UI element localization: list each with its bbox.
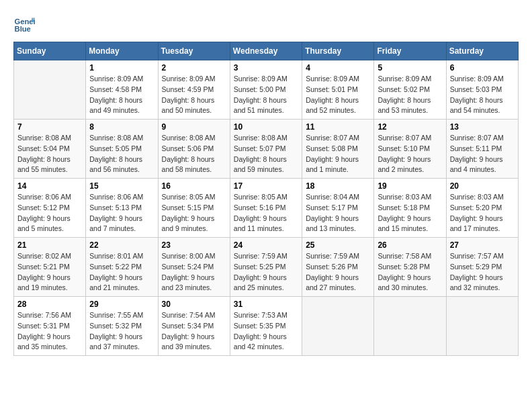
day-number: 30: [162, 300, 226, 309]
calendar-day: 24Sunrise: 7:59 AMSunset: 5:25 PMDayligh…: [230, 238, 302, 297]
day-info: Sunrise: 8:02 AMSunset: 5:21 PMDaylight:…: [17, 251, 82, 293]
calendar-day: 21Sunrise: 8:02 AMSunset: 5:21 PMDayligh…: [14, 238, 86, 297]
calendar-day: 9Sunrise: 8:08 AMSunset: 5:06 PMDaylight…: [158, 120, 230, 179]
calendar-day: 5Sunrise: 8:09 AMSunset: 5:02 PMDaylight…: [374, 60, 446, 120]
calendar-day: 12Sunrise: 8:07 AMSunset: 5:10 PMDayligh…: [374, 120, 446, 179]
day-number: 3: [234, 63, 298, 73]
calendar-header: SundayMondayTuesdayWednesdayThursdayFrid…: [14, 42, 519, 60]
weekday-header-thursday: Thursday: [302, 42, 374, 60]
day-info: Sunrise: 8:09 AMSunset: 5:00 PMDaylight:…: [234, 74, 298, 116]
day-info: Sunrise: 8:06 AMSunset: 5:12 PMDaylight:…: [17, 192, 82, 234]
day-info: Sunrise: 8:08 AMSunset: 5:04 PMDaylight:…: [17, 133, 82, 175]
day-info: Sunrise: 8:00 AMSunset: 5:24 PMDaylight:…: [162, 251, 226, 293]
calendar-day: 25Sunrise: 7:59 AMSunset: 5:26 PMDayligh…: [302, 238, 374, 297]
weekday-header-sunday: Sunday: [14, 42, 86, 60]
day-info: Sunrise: 8:09 AMSunset: 4:58 PMDaylight:…: [89, 74, 154, 116]
day-info: Sunrise: 7:57 AMSunset: 5:29 PMDaylight:…: [450, 251, 515, 293]
weekday-header-wednesday: Wednesday: [230, 42, 302, 60]
day-number: 31: [234, 300, 298, 309]
calendar-day: 30Sunrise: 7:54 AMSunset: 5:34 PMDayligh…: [158, 297, 230, 356]
day-number: 12: [378, 122, 442, 132]
day-number: 22: [89, 240, 154, 250]
day-info: Sunrise: 8:08 AMSunset: 5:05 PMDaylight:…: [89, 133, 154, 175]
day-info: Sunrise: 8:04 AMSunset: 5:17 PMDaylight:…: [306, 192, 370, 234]
day-info: Sunrise: 8:03 AMSunset: 5:18 PMDaylight:…: [378, 192, 442, 234]
day-number: 15: [89, 181, 154, 191]
svg-text:Blue: Blue: [15, 25, 31, 33]
calendar-day: 22Sunrise: 8:01 AMSunset: 5:22 PMDayligh…: [86, 238, 158, 297]
day-info: Sunrise: 7:58 AMSunset: 5:28 PMDaylight:…: [378, 251, 442, 293]
day-number: 21: [17, 240, 82, 250]
calendar-day: 20Sunrise: 8:03 AMSunset: 5:20 PMDayligh…: [446, 179, 518, 238]
logo-icon: General Blue: [13, 13, 35, 35]
day-info: Sunrise: 7:59 AMSunset: 5:25 PMDaylight:…: [234, 251, 298, 293]
calendar-week-3: 14Sunrise: 8:06 AMSunset: 5:12 PMDayligh…: [14, 179, 519, 238]
day-number: 26: [378, 240, 442, 250]
calendar-day: 16Sunrise: 8:05 AMSunset: 5:15 PMDayligh…: [158, 179, 230, 238]
day-info: Sunrise: 8:05 AMSunset: 5:16 PMDaylight:…: [234, 192, 298, 234]
calendar-day: 29Sunrise: 7:55 AMSunset: 5:32 PMDayligh…: [86, 297, 158, 356]
day-number: 8: [89, 122, 154, 132]
calendar-day: 11Sunrise: 8:07 AMSunset: 5:08 PMDayligh…: [302, 120, 374, 179]
day-info: Sunrise: 7:59 AMSunset: 5:26 PMDaylight:…: [306, 251, 370, 293]
calendar-week-1: 1Sunrise: 8:09 AMSunset: 4:58 PMDaylight…: [14, 60, 519, 120]
calendar-day: 27Sunrise: 7:57 AMSunset: 5:29 PMDayligh…: [446, 238, 518, 297]
calendar-day: 18Sunrise: 8:04 AMSunset: 5:17 PMDayligh…: [302, 179, 374, 238]
day-info: Sunrise: 8:08 AMSunset: 5:07 PMDaylight:…: [234, 133, 298, 175]
calendar-day: 10Sunrise: 8:08 AMSunset: 5:07 PMDayligh…: [230, 120, 302, 179]
day-number: 23: [162, 240, 226, 250]
day-info: Sunrise: 8:09 AMSunset: 5:02 PMDaylight:…: [378, 74, 442, 116]
day-number: 18: [306, 181, 370, 191]
calendar-day: 3Sunrise: 8:09 AMSunset: 5:00 PMDaylight…: [230, 60, 302, 120]
calendar-day: 13Sunrise: 8:07 AMSunset: 5:11 PMDayligh…: [446, 120, 518, 179]
calendar-day: 19Sunrise: 8:03 AMSunset: 5:18 PMDayligh…: [374, 179, 446, 238]
day-info: Sunrise: 7:53 AMSunset: 5:35 PMDaylight:…: [234, 310, 298, 353]
calendar-day: [14, 60, 86, 120]
day-number: 25: [306, 240, 370, 250]
day-number: 14: [17, 181, 82, 191]
calendar-table: SundayMondayTuesdayWednesdayThursdayFrid…: [13, 42, 519, 356]
day-number: 29: [89, 300, 154, 309]
calendar-day: 17Sunrise: 8:05 AMSunset: 5:16 PMDayligh…: [230, 179, 302, 238]
calendar-day: 31Sunrise: 7:53 AMSunset: 5:35 PMDayligh…: [230, 297, 302, 356]
calendar-day: 6Sunrise: 8:09 AMSunset: 5:03 PMDaylight…: [446, 60, 518, 120]
calendar-day: 1Sunrise: 8:09 AMSunset: 4:58 PMDaylight…: [86, 60, 158, 120]
day-number: 11: [306, 122, 370, 132]
day-number: 20: [450, 181, 515, 191]
day-info: Sunrise: 8:07 AMSunset: 5:11 PMDaylight:…: [450, 133, 515, 175]
calendar-day: 15Sunrise: 8:06 AMSunset: 5:13 PMDayligh…: [86, 179, 158, 238]
calendar-week-5: 28Sunrise: 7:56 AMSunset: 5:31 PMDayligh…: [14, 297, 519, 356]
day-info: Sunrise: 8:05 AMSunset: 5:15 PMDaylight:…: [162, 192, 226, 234]
day-info: Sunrise: 8:06 AMSunset: 5:13 PMDaylight:…: [89, 192, 154, 234]
day-number: 4: [306, 63, 370, 73]
day-number: 17: [234, 181, 298, 191]
day-info: Sunrise: 7:56 AMSunset: 5:31 PMDaylight:…: [17, 310, 82, 353]
day-info: Sunrise: 8:09 AMSunset: 5:03 PMDaylight:…: [450, 74, 515, 116]
weekday-header-row: SundayMondayTuesdayWednesdayThursdayFrid…: [14, 42, 519, 60]
day-info: Sunrise: 8:09 AMSunset: 4:59 PMDaylight:…: [162, 74, 226, 116]
day-number: 19: [378, 181, 442, 191]
weekday-header-friday: Friday: [374, 42, 446, 60]
day-number: 24: [234, 240, 298, 250]
day-info: Sunrise: 8:09 AMSunset: 5:01 PMDaylight:…: [306, 74, 370, 116]
day-number: 10: [234, 122, 298, 132]
calendar-day: 2Sunrise: 8:09 AMSunset: 4:59 PMDaylight…: [158, 60, 230, 120]
calendar-day: 14Sunrise: 8:06 AMSunset: 5:12 PMDayligh…: [14, 179, 86, 238]
calendar-week-2: 7Sunrise: 8:08 AMSunset: 5:04 PMDaylight…: [14, 120, 519, 179]
calendar-day: 26Sunrise: 7:58 AMSunset: 5:28 PMDayligh…: [374, 238, 446, 297]
day-number: 7: [17, 122, 82, 132]
day-number: 27: [450, 240, 515, 250]
calendar-day: 7Sunrise: 8:08 AMSunset: 5:04 PMDaylight…: [14, 120, 86, 179]
weekday-header-tuesday: Tuesday: [158, 42, 230, 60]
day-info: Sunrise: 7:54 AMSunset: 5:34 PMDaylight:…: [162, 310, 226, 353]
calendar-day: 4Sunrise: 8:09 AMSunset: 5:01 PMDaylight…: [302, 60, 374, 120]
calendar-week-4: 21Sunrise: 8:02 AMSunset: 5:21 PMDayligh…: [14, 238, 519, 297]
day-info: Sunrise: 8:03 AMSunset: 5:20 PMDaylight:…: [450, 192, 515, 234]
day-info: Sunrise: 8:01 AMSunset: 5:22 PMDaylight:…: [89, 251, 154, 293]
day-number: 5: [378, 63, 442, 73]
calendar-day: [302, 297, 374, 356]
day-number: 9: [162, 122, 226, 132]
page-header: General Blue: [13, 13, 519, 35]
day-number: 1: [89, 63, 154, 73]
weekday-header-monday: Monday: [86, 42, 158, 60]
